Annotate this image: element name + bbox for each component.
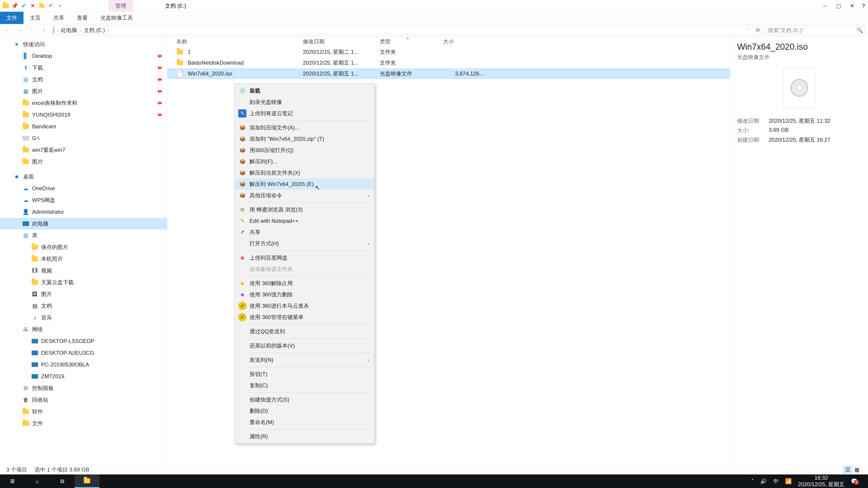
column-name[interactable]: 名称 (176, 38, 303, 45)
up-button[interactable]: ↑ (39, 27, 49, 33)
column-type[interactable]: 类型 (380, 38, 443, 45)
back-button[interactable]: ← (3, 27, 12, 33)
start-button[interactable]: ⊞ (0, 475, 25, 488)
nav-win7reinstall[interactable]: win7重装win7 (0, 144, 167, 156)
tray-chevron-up-icon[interactable]: ˄ (751, 478, 754, 484)
nav-excel-folder[interactable]: excel表格制作求和📌 (0, 97, 167, 109)
close-red-icon[interactable]: ✕ (29, 2, 36, 9)
ctx-delete[interactable]: 删除(D) (235, 405, 374, 417)
nav-downloads[interactable]: ⬇下载📌 (0, 62, 167, 74)
ctx-open-with[interactable]: 打开方式(H)› (235, 238, 374, 249)
pin-icon[interactable]: 📌 (11, 2, 18, 9)
column-date[interactable]: 修改日期 (303, 38, 380, 45)
chevron-right-icon[interactable]: › (80, 28, 81, 33)
path-drive[interactable]: 文档 (E:) (84, 27, 105, 34)
ctx-extract-to-folder[interactable]: 📦解压到 Win7x64_2020\ (E) (235, 178, 374, 190)
check-icon[interactable]: ✔ (20, 2, 27, 9)
nav-administrator[interactable]: 👤Administrator (0, 206, 167, 218)
ctx-youdao[interactable]: ✎上传到有道云笔记 (235, 108, 374, 119)
nav-network-pc3[interactable]: PC-20190530OBLA (0, 359, 167, 370)
ctx-send-qq[interactable]: 通过QQ发送到 (235, 326, 374, 337)
column-size[interactable]: 大小 (443, 38, 488, 45)
nav-desktop[interactable]: ▋Desktop📌 (0, 50, 167, 62)
recent-dropdown[interactable]: ˅ (27, 28, 36, 33)
tab-share[interactable]: 共享 (47, 12, 70, 24)
nav-pictures-2[interactable]: 图片 (0, 156, 167, 168)
ctx-properties[interactable]: 属性(R) (235, 431, 374, 442)
nav-gdrive[interactable]: G:\ (0, 132, 167, 144)
minimize-button[interactable]: ─ (818, 0, 832, 12)
nav-videos[interactable]: 🎞视频 (0, 265, 167, 276)
table-row-selected[interactable]: Win7x64_2020.iso 2020/12/25, 星期五 1... 光盘… (167, 68, 730, 79)
search-icon[interactable]: 🔍 (857, 27, 863, 33)
nav-pic-lib[interactable]: 🖼图片 (0, 288, 167, 300)
nav-wps[interactable]: ☁WPS网盘 (0, 194, 167, 206)
search-input[interactable]: 搜索"文档 (E:)" 🔍 (766, 26, 865, 35)
nav-this-pc[interactable]: 此电脑 (0, 218, 167, 230)
ctx-add-zip[interactable]: 📦添加到 "Win7x64_2020.zip" (T) (235, 133, 374, 144)
ctx-bee-browser[interactable]: ✿用 蜂蜜浏览器 浏览(3) (235, 204, 374, 215)
nav-libraries[interactable]: ▥库 (0, 230, 167, 241)
ctx-restore-versions[interactable]: 还原以前的版本(V) (235, 340, 374, 351)
undo-icon[interactable]: ↶ (48, 2, 54, 9)
ctx-extract-to[interactable]: 📦解压到(F)... (235, 156, 374, 167)
clock[interactable]: 16:32 2020/12/25, 星期五 (798, 475, 844, 488)
nav-control-panel[interactable]: ⊞控制面板 (0, 382, 167, 394)
tab-file[interactable]: 文件 (0, 12, 24, 24)
maximize-button[interactable]: ▢ (832, 0, 845, 12)
search-task-button[interactable]: ⌕ (25, 475, 50, 488)
ctx-cut[interactable]: 剪切(T) (235, 368, 374, 380)
tab-disc-tools[interactable]: 光盘映像工具 (94, 12, 139, 24)
tab-view[interactable]: 查看 (70, 12, 94, 24)
table-row[interactable]: BaiduNetdiskDownload 2020/12/25, 星期五 1..… (167, 57, 730, 68)
nav-documents[interactable]: ▤文档📌 (0, 74, 167, 86)
nav-network[interactable]: 🖧网络 (0, 324, 167, 335)
icons-view-button[interactable]: ▦ (852, 466, 862, 473)
nav-network-pc2[interactable]: DESKTOP-NJEU3CG (0, 347, 167, 359)
chevron-right-icon[interactable]: › (57, 28, 58, 33)
path-this-pc[interactable]: 此电脑 (61, 27, 77, 34)
ctx-share[interactable]: ↗共享 (235, 227, 374, 238)
ctx-360-delete[interactable]: ◆使用 360强力删除 (235, 289, 374, 300)
ctx-send-to[interactable]: 发送到(N)› (235, 354, 374, 365)
ctx-burn[interactable]: 刻录光盘映像 (235, 96, 374, 108)
ctx-add-archive[interactable]: 📦添加到压缩文件(A)... (235, 122, 374, 133)
ctx-copy[interactable]: 复制(C) (235, 380, 374, 391)
qat-dropdown-icon[interactable]: ▾ (57, 2, 63, 9)
nav-saved-pictures[interactable]: 保存的图片 (0, 241, 167, 253)
ime-indicator[interactable]: 中 (773, 478, 779, 485)
contextual-tab-label[interactable]: 管理 (108, 0, 133, 12)
address-dropdown-icon[interactable]: ˅ (743, 28, 752, 33)
help-button[interactable]: ? (859, 0, 868, 12)
ctx-mount[interactable]: 💿装载 (235, 85, 374, 96)
nav-onedrive[interactable]: ☁OneDrive (0, 183, 167, 194)
action-center-icon[interactable]: 💬 (851, 478, 858, 484)
ctx-open-360zip[interactable]: 📦用360压缩打开(Q) (235, 144, 374, 156)
close-button[interactable]: ✕ (845, 0, 859, 12)
nav-local-photos[interactable]: 本机照片 (0, 253, 167, 265)
network-tray-icon[interactable]: 📶 (785, 478, 792, 484)
ctx-360-menu[interactable]: ✔使用 360管理右键菜单 (235, 312, 374, 323)
nav-desktop-root[interactable]: ■桌面 (0, 171, 167, 183)
nav-files[interactable]: 文件 (0, 418, 167, 429)
ctx-baidu-upload[interactable]: ◉上传到百度网盘 (235, 252, 374, 263)
nav-software[interactable]: 软件 (0, 406, 167, 418)
ctx-notepad-plus[interactable]: ✎Edit with Notepad++ (235, 215, 374, 227)
new-folder-icon[interactable] (38, 2, 45, 9)
volume-icon[interactable]: 🔊 (760, 478, 767, 484)
ctx-extract-here[interactable]: 📦解压到当前文件夹(X) (235, 167, 374, 178)
ctx-360-scan[interactable]: ✔使用 360进行木马云查杀 (235, 300, 374, 312)
nav-network-pc4[interactable]: ZMT2019 (0, 370, 167, 382)
nav-tianyi[interactable]: 天翼云盘下载 (0, 276, 167, 288)
table-row[interactable]: 1 2020/12/15, 星期二 1... 文件夹 (167, 46, 730, 57)
nav-music-lib[interactable]: ♪音乐 (0, 312, 167, 324)
ctx-create-shortcut[interactable]: 创建快捷方式(S) (235, 394, 374, 405)
tab-home[interactable]: 主页 (24, 12, 47, 24)
file-explorer-task-button[interactable] (74, 475, 99, 488)
nav-yunqishi[interactable]: YUNQISHI2019📌 (0, 109, 167, 121)
details-view-button[interactable]: ☰ (843, 466, 852, 473)
ctx-rename[interactable]: 重命名(M) (235, 417, 374, 428)
forward-button[interactable]: → (15, 27, 24, 33)
task-view-button[interactable]: ⧉ (50, 475, 74, 488)
nav-quick-access[interactable]: ★快速访问 (0, 38, 167, 50)
